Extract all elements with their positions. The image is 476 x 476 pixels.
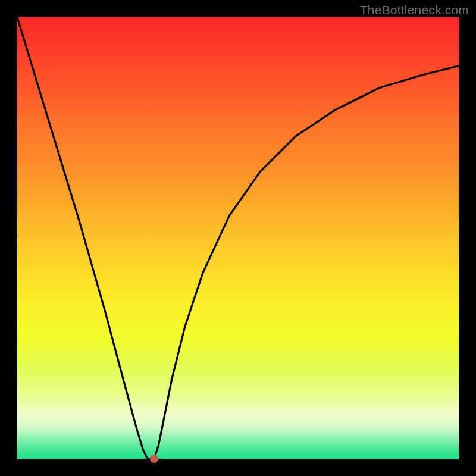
plot-area bbox=[17, 17, 459, 459]
bottleneck-curve bbox=[17, 17, 459, 459]
marker-dot bbox=[150, 455, 158, 463]
watermark-text: TheBottleneck.com bbox=[360, 3, 469, 17]
chart-container: TheBottleneck.com bbox=[0, 0, 476, 476]
curve-svg bbox=[17, 17, 459, 459]
